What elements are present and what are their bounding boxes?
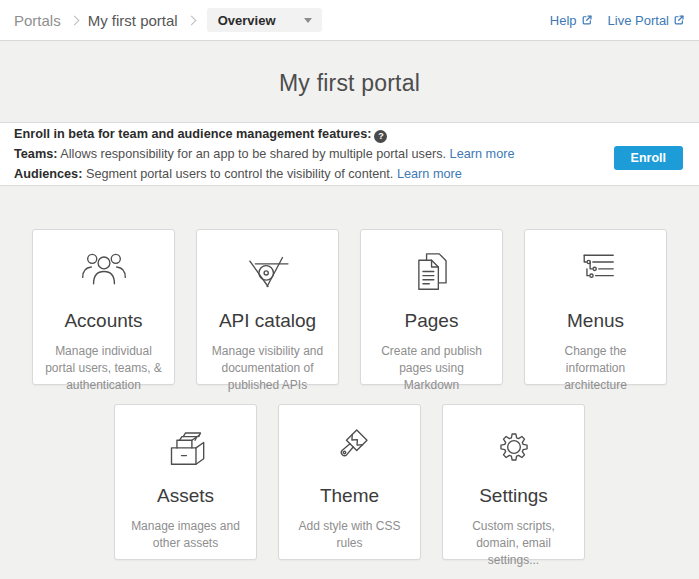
beta-banner: Enroll in beta for team and audience man…	[0, 122, 699, 186]
breadcrumb: Portals My first portal Overview	[14, 8, 322, 32]
card-row-2: Assets Manage images and other assets Th…	[0, 404, 699, 560]
live-portal-link[interactable]: Live Portal	[608, 13, 685, 28]
top-bar: Portals My first portal Overview Help Li…	[0, 0, 699, 41]
beta-banner-heading: Enroll in beta for team and audience man…	[14, 124, 515, 144]
card-title: Assets	[157, 483, 214, 509]
live-portal-link-label: Live Portal	[608, 13, 669, 28]
chevron-right-icon	[69, 15, 79, 25]
card-pages[interactable]: Pages Create and publish pages using Mar…	[360, 229, 503, 385]
card-theme[interactable]: Theme Add style with CSS rules	[278, 404, 421, 560]
card-description: Manage individual portal users, teams, &…	[33, 343, 174, 394]
top-links: Help Live Portal	[550, 13, 685, 28]
chevron-right-icon	[186, 15, 196, 25]
card-accounts[interactable]: Accounts Manage individual portal users,…	[32, 229, 175, 385]
section-dropdown[interactable]: Overview	[207, 8, 322, 32]
audiences-term: Audiences:	[14, 167, 82, 181]
card-menus[interactable]: Menus Change the information architectur…	[524, 229, 667, 385]
enroll-button[interactable]: Enroll	[614, 146, 683, 170]
page-title: My first portal	[0, 67, 699, 99]
nested-list-icon	[567, 243, 625, 301]
teams-text: Allows responsibility for an app to be s…	[60, 147, 446, 161]
help-circle-icon[interactable]: ?	[374, 130, 387, 143]
documents-icon	[403, 243, 461, 301]
chevron-down-icon	[304, 18, 312, 23]
card-api-catalog[interactable]: API catalog Manage visibility and docume…	[196, 229, 339, 385]
card-row-1: Accounts Manage individual portal users,…	[0, 229, 699, 385]
card-description: Add style with CSS rules	[279, 518, 420, 552]
people-group-icon	[75, 243, 133, 301]
card-catalog-icon	[157, 418, 215, 476]
card-description: Change the information architecture	[525, 343, 666, 394]
audiences-learn-more-link[interactable]: Learn more	[397, 167, 462, 181]
breadcrumb-portal-name[interactable]: My first portal	[88, 12, 178, 29]
card-assets[interactable]: Assets Manage images and other assets	[114, 404, 257, 560]
help-link-label: Help	[550, 13, 577, 28]
card-description: Custom scripts, domain, email settings..…	[443, 518, 584, 569]
card-title: API catalog	[219, 308, 316, 334]
card-title: Menus	[567, 308, 624, 334]
section-dropdown-label: Overview	[218, 13, 276, 28]
audiences-text: Segment portal users to control the visi…	[86, 167, 393, 181]
card-title: Pages	[405, 308, 459, 334]
external-link-icon	[673, 14, 685, 26]
help-link[interactable]: Help	[550, 13, 593, 28]
breadcrumb-portals-link[interactable]: Portals	[14, 12, 61, 29]
paintbrush-icon	[321, 418, 379, 476]
card-description: Manage visibility and documentation of p…	[197, 343, 338, 394]
cards-section: Accounts Manage individual portal users,…	[0, 229, 699, 560]
teams-learn-more-link[interactable]: Learn more	[450, 147, 515, 161]
aperture-icon	[239, 243, 297, 301]
external-link-icon	[581, 14, 593, 26]
card-description: Create and publish pages using Markdown	[361, 343, 502, 394]
card-title: Settings	[479, 483, 548, 509]
gear-icon	[485, 418, 543, 476]
card-title: Theme	[320, 483, 379, 509]
teams-term: Teams:	[14, 147, 57, 161]
card-description: Manage images and other assets	[115, 518, 256, 552]
beta-banner-audiences-line: Audiences: Segment portal users to contr…	[14, 164, 515, 184]
beta-banner-text: Enroll in beta for team and audience man…	[14, 124, 515, 184]
beta-banner-teams-line: Teams: Allows responsibility for an app …	[14, 144, 515, 164]
card-settings[interactable]: Settings Custom scripts, domain, email s…	[442, 404, 585, 560]
card-title: Accounts	[64, 308, 142, 334]
